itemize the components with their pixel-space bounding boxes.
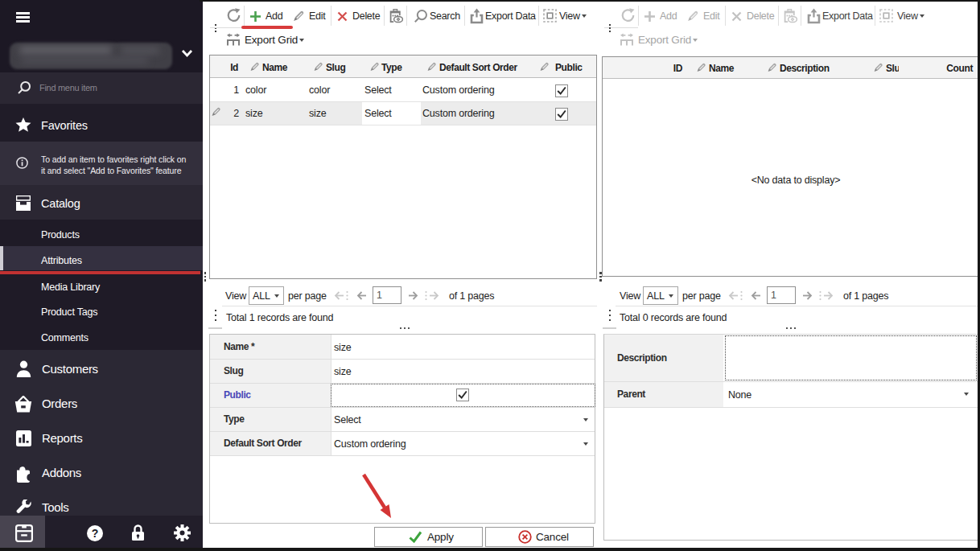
- svg-text:?: ?: [92, 527, 99, 540]
